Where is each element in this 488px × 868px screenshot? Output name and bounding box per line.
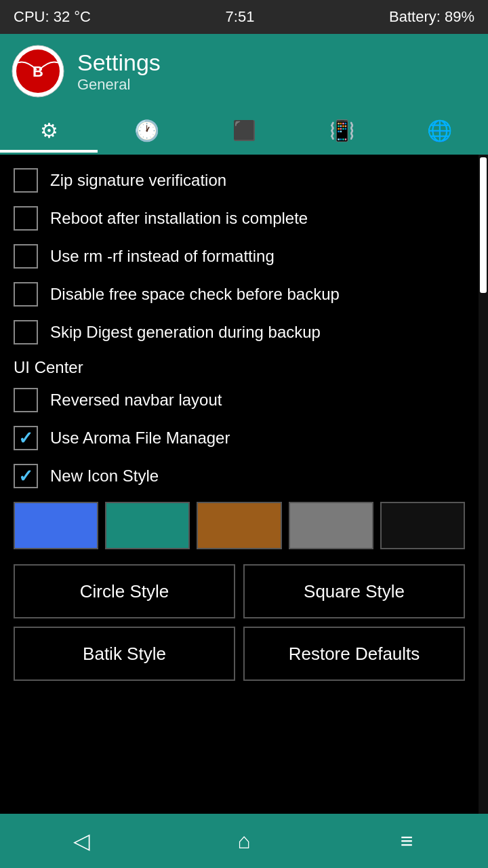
color-swatch-blue[interactable] <box>14 502 98 549</box>
clock-icon: 🕐 <box>134 119 159 142</box>
content-wrapper: Zip signature verification Reboot after … <box>0 155 488 814</box>
checkbox-box-free-space[interactable] <box>14 282 38 307</box>
checkbox-box-aroma-fm[interactable] <box>14 426 38 450</box>
checkbox-label-skip-digest: Skip Digest generation during backup <box>50 323 321 342</box>
checkbox-free-space[interactable]: Disable free space check before backup <box>14 282 465 307</box>
checkbox-reversed-navbar[interactable]: Reversed navbar layout <box>14 388 465 412</box>
color-swatch-brown[interactable] <box>197 502 281 549</box>
square-style-button[interactable]: Square Style <box>243 564 465 618</box>
svg-text:B: B <box>33 63 43 80</box>
checkbox-box-zip-sig[interactable] <box>14 168 38 193</box>
checkbox-label-aroma-fm: Use Aroma File Manager <box>50 429 230 448</box>
checkbox-box-reboot[interactable] <box>14 206 38 231</box>
cpu-status: CPU: 32 °C <box>14 8 91 26</box>
vibrate-icon: 📳 <box>329 119 354 142</box>
scrollbar[interactable] <box>479 155 488 814</box>
home-button[interactable]: ⌂ <box>217 821 271 861</box>
checkbox-skip-digest[interactable]: Skip Digest generation during backup <box>14 320 465 344</box>
header: B Settings General <box>0 34 488 108</box>
checkbox-box-rm-rf[interactable] <box>14 244 38 269</box>
page-title: Settings <box>77 50 161 76</box>
checkbox-box-skip-digest[interactable] <box>14 320 38 344</box>
color-swatch-teal[interactable] <box>105 502 190 549</box>
header-text: Settings General <box>77 50 161 94</box>
checkbox-label-free-space: Disable free space check before backup <box>50 285 340 304</box>
section-ui-center: UI Center <box>14 358 465 377</box>
checkbox-reboot[interactable]: Reboot after installation is complete <box>14 206 465 231</box>
settings-icon: ⚙ <box>40 119 58 142</box>
tab-settings[interactable]: ⚙ <box>0 108 98 153</box>
checkbox-label-reversed-navbar: Reversed navbar layout <box>50 391 222 410</box>
globe-icon: 🌐 <box>427 119 452 142</box>
checkbox-box-reversed-navbar[interactable] <box>14 388 38 412</box>
checkbox-aroma-fm[interactable]: Use Aroma File Manager <box>14 426 465 450</box>
time-status: 7:51 <box>226 8 255 26</box>
color-swatches <box>14 502 465 549</box>
brightness-icon: ⬛ <box>232 119 256 142</box>
tab-vibrate[interactable]: 📳 <box>293 108 390 153</box>
checkbox-label-new-icon-style: New Icon Style <box>50 467 159 486</box>
color-swatch-black[interactable] <box>380 502 465 549</box>
color-swatch-gray[interactable] <box>289 502 373 549</box>
menu-button[interactable]: ≡ <box>380 821 434 861</box>
tab-globe[interactable]: 🌐 <box>390 108 488 153</box>
tab-history[interactable]: 🕐 <box>98 108 195 153</box>
tab-bar: ⚙ 🕐 ⬛ 📳 🌐 <box>0 108 488 155</box>
checkbox-label-rm-rf: Use rm -rf instead of formatting <box>50 247 274 266</box>
checkbox-zip-sig[interactable]: Zip signature verification <box>14 168 465 193</box>
circle-style-button[interactable]: Circle Style <box>14 564 235 618</box>
status-bar: CPU: 32 °C 7:51 Battery: 89% <box>0 0 488 34</box>
restore-defaults-button[interactable]: Restore Defaults <box>243 627 465 681</box>
bottom-nav: ◁ ⌂ ≡ <box>0 814 488 868</box>
checkbox-label-zip-sig: Zip signature verification <box>50 171 226 190</box>
app-logo: B <box>11 44 65 98</box>
checkbox-label-reboot: Reboot after installation is complete <box>50 209 308 228</box>
batik-style-button[interactable]: Batik Style <box>14 627 235 681</box>
scrollbar-thumb[interactable] <box>480 157 487 293</box>
checkbox-new-icon-style[interactable]: New Icon Style <box>14 464 465 488</box>
checkbox-box-new-icon-style[interactable] <box>14 464 38 488</box>
style-buttons: Circle Style Square Style Batik Style Re… <box>14 564 465 681</box>
page-subtitle: General <box>77 76 161 94</box>
main-content: Zip signature verification Reboot after … <box>0 155 479 814</box>
back-button[interactable]: ◁ <box>54 821 108 861</box>
checkbox-rm-rf[interactable]: Use rm -rf instead of formatting <box>14 244 465 269</box>
tab-brightness[interactable]: ⬛ <box>195 108 293 153</box>
battery-status: Battery: 89% <box>389 8 474 26</box>
